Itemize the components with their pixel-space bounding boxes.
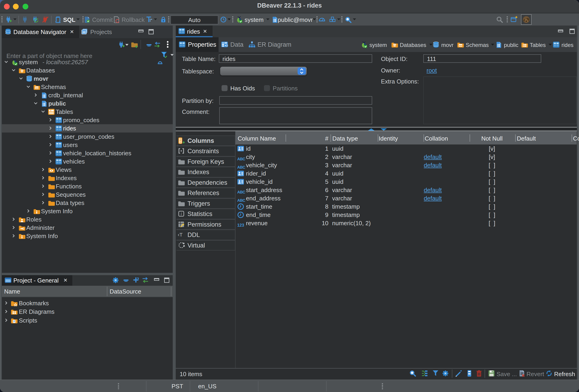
svg-text:i: i [181, 212, 182, 216]
svg-text:‹T: ‹T [178, 232, 183, 238]
